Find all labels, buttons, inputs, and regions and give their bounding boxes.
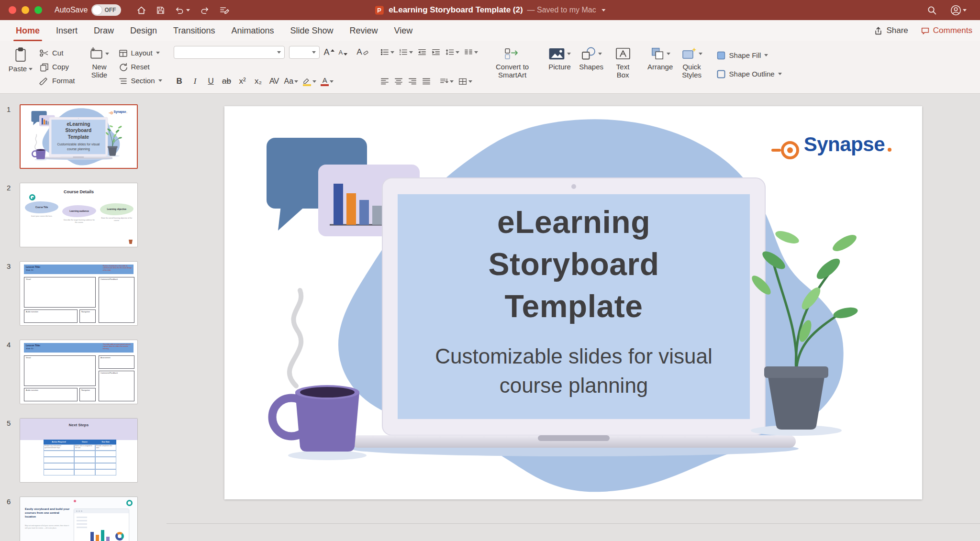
save-button[interactable] <box>151 0 170 20</box>
paste-button[interactable]: Paste <box>8 45 33 88</box>
justify-button[interactable] <box>422 75 431 88</box>
arrange-menu-caret[interactable] <box>667 53 670 55</box>
line-spacing-button[interactable] <box>445 46 459 59</box>
customize-toolbar-button[interactable] <box>214 0 234 20</box>
slide-canvas[interactable]: eLearning Storyboard Template Customizab… <box>25 106 132 166</box>
cut-button[interactable]: Cut <box>39 46 75 59</box>
layout-button[interactable]: Layout <box>118 46 162 59</box>
columns-button[interactable] <box>464 46 478 59</box>
shrink-font-button[interactable]: A <box>339 46 348 59</box>
tab-animations[interactable]: Animations <box>223 20 282 41</box>
convert-smartart-button[interactable]: Convert to SmartArt <box>490 45 535 88</box>
numbering-caret[interactable] <box>409 51 413 54</box>
close-window-button[interactable] <box>9 6 16 14</box>
quick-styles-button[interactable]: Quick Styles <box>679 45 705 88</box>
change-case-button[interactable]: Aa <box>284 75 299 88</box>
redo-button[interactable] <box>195 0 214 20</box>
slide-title[interactable]: eLearning Storyboard Template <box>398 201 750 327</box>
autosave-toggle[interactable]: OFF <box>91 4 121 16</box>
increase-indent-button[interactable] <box>431 46 441 59</box>
font-size-caret[interactable] <box>312 51 316 54</box>
slide-canvas[interactable]: eLearning Storyboard Template Customizab… <box>224 106 922 499</box>
bold-button[interactable]: B <box>174 77 185 86</box>
shapes-button[interactable]: Shapes <box>579 45 604 88</box>
notes-pane-divider[interactable] <box>167 523 980 524</box>
paste-menu-caret[interactable] <box>29 68 33 70</box>
tab-draw[interactable]: Draw <box>86 20 122 41</box>
bullets-button[interactable] <box>380 46 394 59</box>
line-spacing-caret[interactable] <box>456 51 459 54</box>
align-text-button[interactable] <box>458 75 472 88</box>
text-direction-caret[interactable] <box>450 80 454 83</box>
font-name-select[interactable] <box>174 46 285 59</box>
picture-menu-caret[interactable] <box>567 53 571 55</box>
undo-button[interactable] <box>170 0 195 20</box>
numbering-button[interactable] <box>399 46 413 59</box>
font-name-caret[interactable] <box>277 51 281 54</box>
tab-slide-show[interactable]: Slide Show <box>282 20 342 41</box>
slide-6-thumbnail[interactable]: Easily storyboard and build your courses… <box>20 497 138 541</box>
font-size-select[interactable] <box>289 46 320 59</box>
zoom-window-button[interactable] <box>34 6 42 14</box>
comments-button[interactable]: Comments <box>921 26 972 35</box>
slide-5-thumbnail[interactable]: Next Steps Action Required Owner Due Dat… <box>20 418 138 483</box>
clear-format-button[interactable]: A <box>356 46 368 59</box>
tab-insert[interactable]: Insert <box>48 20 86 41</box>
undo-menu-caret[interactable] <box>186 9 190 11</box>
align-text-caret[interactable] <box>468 80 472 83</box>
slide-1-thumbnail[interactable]: eLearning Storyboard Template Customizab… <box>20 104 138 169</box>
picture-button[interactable]: Picture <box>547 45 573 88</box>
italic-button[interactable]: I <box>189 77 201 86</box>
shape-outline-button[interactable]: Shape Outline <box>716 67 782 80</box>
strikethrough-button[interactable]: ab <box>221 77 233 86</box>
minimize-window-button[interactable] <box>22 6 29 14</box>
format-painter-button[interactable]: Format <box>39 74 75 87</box>
new-slide-menu-caret[interactable] <box>105 53 109 55</box>
search-button[interactable] <box>922 0 942 20</box>
slide-2-thumbnail[interactable]: Course Details Course TitleInsert your c… <box>20 183 138 247</box>
section-button[interactable]: Section <box>118 74 162 87</box>
text-direction-button[interactable] <box>439 75 454 88</box>
arrange-button[interactable]: Arrange <box>647 45 673 88</box>
font-color-button[interactable]: A <box>321 75 334 88</box>
document-title-group[interactable]: eLearning Storyboard Template (2) — Save… <box>374 5 605 15</box>
change-case-caret[interactable] <box>294 80 298 83</box>
decrease-indent-button[interactable] <box>417 46 427 59</box>
highlight-color-button[interactable] <box>302 75 316 88</box>
quick-styles-menu-caret[interactable] <box>699 53 702 55</box>
account-button[interactable] <box>946 0 971 20</box>
layout-menu-caret[interactable] <box>156 52 160 54</box>
align-left-button[interactable] <box>380 75 390 88</box>
slide-4-thumbnail[interactable]: Lesson Title: Slide ID: This slide adds … <box>20 340 138 404</box>
share-button[interactable]: Share <box>874 26 908 35</box>
section-menu-caret[interactable] <box>158 79 162 82</box>
home-quick-button[interactable] <box>132 0 151 20</box>
shape-fill-button[interactable]: Shape Fill <box>716 49 782 62</box>
new-slide-button[interactable]: New Slide <box>87 45 112 88</box>
highlight-color-caret[interactable] <box>312 80 316 83</box>
slide-subtitle[interactable]: Customizable slides for visual course pl… <box>398 342 750 400</box>
slide-subtitle[interactable]: Customizable slides for visual course pl… <box>51 142 105 151</box>
reset-button[interactable]: Reset <box>118 60 162 73</box>
account-menu-caret[interactable] <box>963 9 967 11</box>
superscript-button[interactable]: x² <box>237 77 248 86</box>
bullets-caret[interactable] <box>390 51 394 54</box>
text-box-button[interactable]: Text Box <box>610 45 636 88</box>
grow-font-button[interactable]: A <box>324 46 334 59</box>
character-spacing-button[interactable]: AV <box>268 77 280 86</box>
document-menu-caret[interactable] <box>602 9 606 11</box>
tab-review[interactable]: Review <box>342 20 386 41</box>
shape-outline-caret[interactable] <box>778 73 782 75</box>
columns-caret[interactable] <box>474 51 478 54</box>
subscript-button[interactable]: x₂ <box>253 77 264 86</box>
tab-transitions[interactable]: Transitions <box>165 20 223 41</box>
underline-button[interactable]: U <box>205 77 217 86</box>
tab-view[interactable]: View <box>386 20 421 41</box>
slide-title[interactable]: eLearning Storyboard Template <box>51 121 105 140</box>
copy-button[interactable]: Copy <box>39 60 75 73</box>
shapes-menu-caret[interactable] <box>598 53 602 55</box>
tab-design[interactable]: Design <box>122 20 165 41</box>
slide-3-thumbnail[interactable]: Lesson Title: Slide ID: Replace thumbnai… <box>20 261 138 326</box>
tab-home[interactable]: Home <box>8 20 48 41</box>
shape-fill-caret[interactable] <box>764 54 768 56</box>
